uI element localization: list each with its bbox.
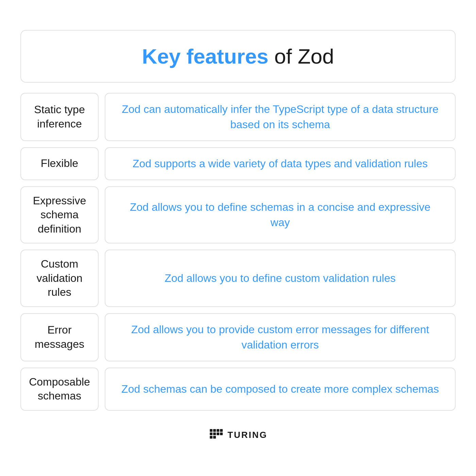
- title-highlight: Key features: [142, 45, 268, 68]
- feature-label-2: Expressive schema definition: [20, 186, 99, 244]
- feature-description-5: Zod schemas can be composed to create mo…: [105, 368, 456, 411]
- features-list: Static type inferenceZod can automatical…: [20, 93, 456, 411]
- feature-label-0: Static type inference: [20, 93, 99, 141]
- feature-label-5: Composable schemas: [20, 368, 99, 411]
- feature-row: Expressive schema definitionZod allows y…: [20, 186, 456, 244]
- feature-description-4: Zod allows you to provide custom error m…: [105, 313, 456, 361]
- svg-rect-6: [210, 436, 213, 439]
- page-title: Key features of Zod: [41, 44, 435, 68]
- svg-rect-2: [217, 429, 219, 432]
- svg-rect-9: [220, 432, 223, 435]
- feature-row: Custom validation rulesZod allows you to…: [20, 250, 456, 307]
- feature-label-1: Flexible: [20, 147, 99, 180]
- feature-description-0: Zod can automatically infer the TypeScri…: [105, 93, 456, 141]
- feature-description-1: Zod supports a wide variety of data type…: [105, 147, 456, 180]
- svg-rect-8: [220, 429, 223, 432]
- footer: TURING: [20, 424, 456, 446]
- feature-row: FlexibleZod supports a wide variety of d…: [20, 147, 456, 180]
- feature-row: Composable schemasZod schemas can be com…: [20, 368, 456, 411]
- feature-row: Error messagesZod allows you to provide …: [20, 313, 456, 361]
- svg-rect-3: [210, 432, 213, 435]
- svg-rect-1: [213, 429, 216, 432]
- feature-row: Static type inferenceZod can automatical…: [20, 93, 456, 141]
- footer-brand: TURING: [227, 430, 268, 440]
- feature-description-3: Zod allows you to define custom validati…: [105, 250, 456, 307]
- turing-logo-icon: [208, 428, 223, 443]
- footer-logo: TURING: [208, 428, 268, 443]
- title-card: Key features of Zod: [20, 30, 456, 83]
- page-container: Key features of Zod Static type inferenc…: [20, 30, 456, 446]
- svg-rect-0: [210, 429, 213, 432]
- feature-description-2: Zod allows you to define schemas in a co…: [105, 186, 456, 244]
- feature-label-3: Custom validation rules: [20, 250, 99, 307]
- svg-rect-5: [217, 432, 219, 435]
- feature-label-4: Error messages: [20, 313, 99, 361]
- title-rest: of Zod: [269, 45, 334, 68]
- svg-rect-4: [213, 432, 216, 435]
- svg-rect-7: [213, 436, 216, 439]
